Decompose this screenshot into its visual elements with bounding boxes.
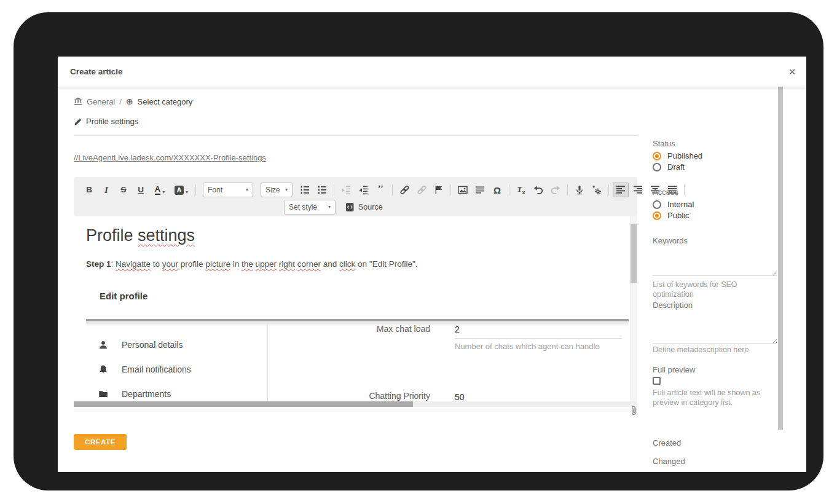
- set-style-dropdown[interactable]: Set style▾: [284, 200, 336, 215]
- settings-sidebar: Status Published Draft Access Internal: [653, 87, 782, 472]
- description-input[interactable]: [653, 313, 776, 344]
- horizontal-line-button[interactable]: [472, 183, 488, 197]
- italic-button[interactable]: I: [98, 183, 114, 197]
- chevron-down-icon: ▾: [285, 187, 288, 192]
- spellcheck-settings-button[interactable]: [589, 183, 605, 197]
- font-dropdown[interactable]: Font▾: [203, 183, 253, 197]
- toolbar-separator: [195, 184, 196, 195]
- anchor-flag-button[interactable]: [431, 183, 447, 197]
- create-button[interactable]: CREATE: [74, 434, 127, 450]
- link-button[interactable]: [396, 183, 412, 197]
- editor-content-area[interactable]: Profile settings Step 1: Navigatte to yo…: [74, 216, 637, 401]
- radio-internal[interactable]: Internal: [653, 200, 694, 209]
- bold-button[interactable]: B: [81, 183, 97, 197]
- undo-button[interactable]: [530, 183, 546, 197]
- toolbar-separator: [450, 184, 451, 195]
- embedded-screenshot[interactable]: Edit profile Personal details Email noti…: [86, 281, 629, 401]
- toolbar-row-2: Set style▾ Source: [74, 198, 637, 216]
- article-url-link[interactable]: //LiveAgentLive.ladesk.com/XXXXXXX-Profi…: [74, 153, 266, 162]
- chevron-down-icon: ▾: [328, 205, 331, 210]
- misspelled-word: your: [162, 259, 178, 269]
- misspelled-word: upper: [255, 259, 277, 269]
- pencil-icon: [74, 117, 82, 125]
- special-character-button[interactable]: Ω: [489, 183, 505, 197]
- radio-unselected-icon: [653, 200, 661, 209]
- field-value: 2: [455, 325, 460, 334]
- chevron-down-icon: ▾: [246, 187, 248, 192]
- radio-published[interactable]: Published: [653, 151, 702, 160]
- blockquote-button[interactable]: ”: [372, 183, 388, 197]
- bank-icon: [74, 97, 82, 106]
- underline-icon: U: [138, 186, 144, 194]
- full-preview-checkbox[interactable]: [653, 377, 661, 385]
- misspelled-word: click: [339, 259, 355, 269]
- align-right-button[interactable]: [630, 183, 646, 197]
- numbered-list-button[interactable]: [297, 183, 313, 197]
- font-dropdown-label: Font: [208, 186, 222, 194]
- radio-public[interactable]: Public: [653, 211, 689, 220]
- select-category-link[interactable]: Select category: [138, 97, 193, 106]
- radio-label: Draft: [667, 162, 685, 171]
- menu-item-label: Personal details: [122, 340, 183, 350]
- paperclip-icon: [630, 405, 639, 416]
- bell-icon: [98, 364, 108, 374]
- text-color-button[interactable]: A▾: [150, 183, 170, 197]
- page-background: Create article × General / ⊕ Select cate…: [0, 0, 837, 504]
- folder-icon: [98, 389, 108, 399]
- created-label: Created: [653, 438, 681, 447]
- undo-icon: [533, 185, 543, 195]
- divider: [267, 321, 268, 401]
- indent-button[interactable]: [355, 183, 371, 197]
- insert-image-button[interactable]: [455, 183, 471, 197]
- dictation-button[interactable]: [572, 183, 587, 197]
- breadcrumb-separator: /: [119, 97, 122, 106]
- size-dropdown[interactable]: Size▾: [261, 183, 293, 197]
- scrollbar-thumb[interactable]: [778, 87, 783, 430]
- keywords-input[interactable]: [653, 248, 776, 276]
- strikethrough-button[interactable]: S: [116, 183, 132, 197]
- text-color-icon: A: [155, 185, 161, 195]
- radio-selected-icon: [653, 152, 661, 160]
- full-preview-label: Full preview: [653, 365, 695, 374]
- toolbar-row-1: B I S U A▾ A▾ Font▾ Siz: [74, 177, 637, 198]
- horizontal-line-icon: [475, 185, 485, 195]
- omega-icon: Ω: [493, 185, 501, 195]
- status-label: Status: [653, 139, 675, 148]
- misspelled-word: right: [279, 259, 295, 269]
- set-style-label: Set style: [289, 203, 317, 211]
- field-label: Max chat load: [307, 324, 430, 334]
- remove-format-button[interactable]: Tx: [513, 183, 529, 197]
- scrollbar-thumb[interactable]: [631, 224, 637, 283]
- close-button[interactable]: ×: [783, 63, 801, 81]
- article-title-row[interactable]: Profile settings: [74, 117, 138, 126]
- screenshot-menu-email-notifications: Email notifications: [98, 364, 191, 374]
- radio-draft[interactable]: Draft: [653, 162, 685, 171]
- background-color-button[interactable]: A▾: [171, 183, 192, 197]
- source-button[interactable]: Source: [345, 202, 383, 212]
- source-label: Source: [358, 203, 383, 211]
- attachment-button[interactable]: [630, 405, 639, 416]
- dialog-body: General / ⊕ Select category Profile sett…: [58, 87, 806, 472]
- align-left-button[interactable]: [613, 183, 629, 197]
- sidebar-scrollbar[interactable]: [778, 87, 783, 430]
- unlink-button[interactable]: [414, 183, 430, 197]
- misspelled-word: the: [242, 259, 253, 269]
- bulleted-list-button[interactable]: [314, 183, 330, 197]
- person-icon: [98, 340, 108, 350]
- plus-circle-icon: ⊕: [126, 96, 133, 106]
- field-value: 50: [455, 392, 465, 401]
- article-title: Profile settings: [86, 117, 138, 126]
- keywords-helper: List of keywords for SEO optimization: [653, 280, 779, 299]
- unlink-icon: [417, 185, 427, 195]
- scrollbar-thumb[interactable]: [74, 401, 413, 407]
- outdent-button[interactable]: [338, 183, 354, 197]
- breadcrumb-category[interactable]: General: [87, 97, 115, 106]
- underline-button[interactable]: U: [133, 183, 149, 197]
- toolbar-separator: [567, 184, 568, 195]
- redo-button[interactable]: [548, 183, 564, 197]
- editor-horizontal-scrollbar[interactable]: [74, 401, 637, 407]
- radio-selected-icon: [653, 211, 661, 220]
- screenshot-menu-personal-details: Personal details: [98, 340, 183, 350]
- editor-vertical-scrollbar[interactable]: [630, 216, 637, 401]
- misspelled-word: corner: [297, 259, 321, 269]
